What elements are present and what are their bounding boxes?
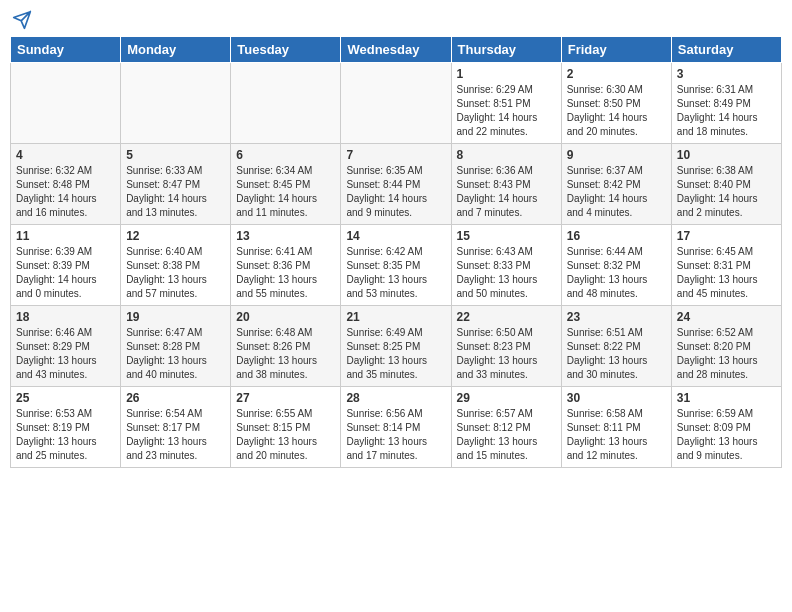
- calendar-cell: [121, 63, 231, 144]
- calendar-cell: 10Sunrise: 6:38 AMSunset: 8:40 PMDayligh…: [671, 144, 781, 225]
- calendar-cell: 11Sunrise: 6:39 AMSunset: 8:39 PMDayligh…: [11, 225, 121, 306]
- day-info: Sunrise: 6:49 AMSunset: 8:25 PMDaylight:…: [346, 326, 445, 382]
- calendar-cell: 30Sunrise: 6:58 AMSunset: 8:11 PMDayligh…: [561, 387, 671, 468]
- day-info: Sunrise: 6:37 AMSunset: 8:42 PMDaylight:…: [567, 164, 666, 220]
- weekday-header-tuesday: Tuesday: [231, 37, 341, 63]
- calendar-cell: 5Sunrise: 6:33 AMSunset: 8:47 PMDaylight…: [121, 144, 231, 225]
- calendar-cell: 13Sunrise: 6:41 AMSunset: 8:36 PMDayligh…: [231, 225, 341, 306]
- calendar-table: SundayMondayTuesdayWednesdayThursdayFrid…: [10, 36, 782, 468]
- page-header: [10, 10, 782, 28]
- day-number: 31: [677, 391, 776, 405]
- day-info: Sunrise: 6:44 AMSunset: 8:32 PMDaylight:…: [567, 245, 666, 301]
- calendar-week-2: 4Sunrise: 6:32 AMSunset: 8:48 PMDaylight…: [11, 144, 782, 225]
- logo: [10, 10, 32, 28]
- day-number: 20: [236, 310, 335, 324]
- weekday-header-row: SundayMondayTuesdayWednesdayThursdayFrid…: [11, 37, 782, 63]
- day-info: Sunrise: 6:59 AMSunset: 8:09 PMDaylight:…: [677, 407, 776, 463]
- day-number: 11: [16, 229, 115, 243]
- day-info: Sunrise: 6:48 AMSunset: 8:26 PMDaylight:…: [236, 326, 335, 382]
- calendar-cell: 28Sunrise: 6:56 AMSunset: 8:14 PMDayligh…: [341, 387, 451, 468]
- day-number: 24: [677, 310, 776, 324]
- day-info: Sunrise: 6:56 AMSunset: 8:14 PMDaylight:…: [346, 407, 445, 463]
- day-info: Sunrise: 6:50 AMSunset: 8:23 PMDaylight:…: [457, 326, 556, 382]
- calendar-cell: 23Sunrise: 6:51 AMSunset: 8:22 PMDayligh…: [561, 306, 671, 387]
- weekday-header-friday: Friday: [561, 37, 671, 63]
- calendar-cell: 6Sunrise: 6:34 AMSunset: 8:45 PMDaylight…: [231, 144, 341, 225]
- day-number: 13: [236, 229, 335, 243]
- weekday-header-wednesday: Wednesday: [341, 37, 451, 63]
- calendar-cell: 24Sunrise: 6:52 AMSunset: 8:20 PMDayligh…: [671, 306, 781, 387]
- day-info: Sunrise: 6:32 AMSunset: 8:48 PMDaylight:…: [16, 164, 115, 220]
- day-number: 7: [346, 148, 445, 162]
- day-info: Sunrise: 6:58 AMSunset: 8:11 PMDaylight:…: [567, 407, 666, 463]
- day-number: 6: [236, 148, 335, 162]
- calendar-cell: 9Sunrise: 6:37 AMSunset: 8:42 PMDaylight…: [561, 144, 671, 225]
- day-number: 23: [567, 310, 666, 324]
- day-info: Sunrise: 6:47 AMSunset: 8:28 PMDaylight:…: [126, 326, 225, 382]
- day-number: 27: [236, 391, 335, 405]
- calendar-cell: 15Sunrise: 6:43 AMSunset: 8:33 PMDayligh…: [451, 225, 561, 306]
- day-number: 9: [567, 148, 666, 162]
- weekday-header-thursday: Thursday: [451, 37, 561, 63]
- day-number: 5: [126, 148, 225, 162]
- calendar-week-5: 25Sunrise: 6:53 AMSunset: 8:19 PMDayligh…: [11, 387, 782, 468]
- calendar-cell: 19Sunrise: 6:47 AMSunset: 8:28 PMDayligh…: [121, 306, 231, 387]
- calendar-cell: 14Sunrise: 6:42 AMSunset: 8:35 PMDayligh…: [341, 225, 451, 306]
- day-number: 18: [16, 310, 115, 324]
- day-number: 15: [457, 229, 556, 243]
- calendar-cell: 29Sunrise: 6:57 AMSunset: 8:12 PMDayligh…: [451, 387, 561, 468]
- calendar-cell: 22Sunrise: 6:50 AMSunset: 8:23 PMDayligh…: [451, 306, 561, 387]
- day-number: 3: [677, 67, 776, 81]
- calendar-week-1: 1Sunrise: 6:29 AMSunset: 8:51 PMDaylight…: [11, 63, 782, 144]
- calendar-cell: 31Sunrise: 6:59 AMSunset: 8:09 PMDayligh…: [671, 387, 781, 468]
- calendar-week-4: 18Sunrise: 6:46 AMSunset: 8:29 PMDayligh…: [11, 306, 782, 387]
- day-number: 10: [677, 148, 776, 162]
- day-info: Sunrise: 6:29 AMSunset: 8:51 PMDaylight:…: [457, 83, 556, 139]
- day-info: Sunrise: 6:30 AMSunset: 8:50 PMDaylight:…: [567, 83, 666, 139]
- day-info: Sunrise: 6:54 AMSunset: 8:17 PMDaylight:…: [126, 407, 225, 463]
- calendar-cell: 20Sunrise: 6:48 AMSunset: 8:26 PMDayligh…: [231, 306, 341, 387]
- day-number: 26: [126, 391, 225, 405]
- calendar-week-3: 11Sunrise: 6:39 AMSunset: 8:39 PMDayligh…: [11, 225, 782, 306]
- day-number: 29: [457, 391, 556, 405]
- day-info: Sunrise: 6:51 AMSunset: 8:22 PMDaylight:…: [567, 326, 666, 382]
- calendar-cell: [341, 63, 451, 144]
- calendar-cell: 2Sunrise: 6:30 AMSunset: 8:50 PMDaylight…: [561, 63, 671, 144]
- day-number: 16: [567, 229, 666, 243]
- day-info: Sunrise: 6:38 AMSunset: 8:40 PMDaylight:…: [677, 164, 776, 220]
- day-number: 17: [677, 229, 776, 243]
- day-number: 21: [346, 310, 445, 324]
- calendar-cell: 27Sunrise: 6:55 AMSunset: 8:15 PMDayligh…: [231, 387, 341, 468]
- weekday-header-monday: Monday: [121, 37, 231, 63]
- day-info: Sunrise: 6:53 AMSunset: 8:19 PMDaylight:…: [16, 407, 115, 463]
- day-info: Sunrise: 6:41 AMSunset: 8:36 PMDaylight:…: [236, 245, 335, 301]
- day-number: 30: [567, 391, 666, 405]
- day-info: Sunrise: 6:34 AMSunset: 8:45 PMDaylight:…: [236, 164, 335, 220]
- day-number: 4: [16, 148, 115, 162]
- calendar-cell: 18Sunrise: 6:46 AMSunset: 8:29 PMDayligh…: [11, 306, 121, 387]
- weekday-header-sunday: Sunday: [11, 37, 121, 63]
- day-info: Sunrise: 6:43 AMSunset: 8:33 PMDaylight:…: [457, 245, 556, 301]
- calendar-cell: 1Sunrise: 6:29 AMSunset: 8:51 PMDaylight…: [451, 63, 561, 144]
- calendar-cell: 7Sunrise: 6:35 AMSunset: 8:44 PMDaylight…: [341, 144, 451, 225]
- calendar-body: 1Sunrise: 6:29 AMSunset: 8:51 PMDaylight…: [11, 63, 782, 468]
- day-number: 19: [126, 310, 225, 324]
- day-info: Sunrise: 6:35 AMSunset: 8:44 PMDaylight:…: [346, 164, 445, 220]
- day-info: Sunrise: 6:57 AMSunset: 8:12 PMDaylight:…: [457, 407, 556, 463]
- day-info: Sunrise: 6:52 AMSunset: 8:20 PMDaylight:…: [677, 326, 776, 382]
- day-info: Sunrise: 6:55 AMSunset: 8:15 PMDaylight:…: [236, 407, 335, 463]
- calendar-cell: 3Sunrise: 6:31 AMSunset: 8:49 PMDaylight…: [671, 63, 781, 144]
- day-number: 2: [567, 67, 666, 81]
- calendar-cell: 8Sunrise: 6:36 AMSunset: 8:43 PMDaylight…: [451, 144, 561, 225]
- calendar-cell: 26Sunrise: 6:54 AMSunset: 8:17 PMDayligh…: [121, 387, 231, 468]
- calendar-cell: 21Sunrise: 6:49 AMSunset: 8:25 PMDayligh…: [341, 306, 451, 387]
- day-info: Sunrise: 6:36 AMSunset: 8:43 PMDaylight:…: [457, 164, 556, 220]
- weekday-header-saturday: Saturday: [671, 37, 781, 63]
- logo-bird-icon: [12, 10, 32, 30]
- day-info: Sunrise: 6:33 AMSunset: 8:47 PMDaylight:…: [126, 164, 225, 220]
- day-info: Sunrise: 6:45 AMSunset: 8:31 PMDaylight:…: [677, 245, 776, 301]
- day-number: 12: [126, 229, 225, 243]
- day-number: 8: [457, 148, 556, 162]
- calendar-cell: 17Sunrise: 6:45 AMSunset: 8:31 PMDayligh…: [671, 225, 781, 306]
- day-info: Sunrise: 6:39 AMSunset: 8:39 PMDaylight:…: [16, 245, 115, 301]
